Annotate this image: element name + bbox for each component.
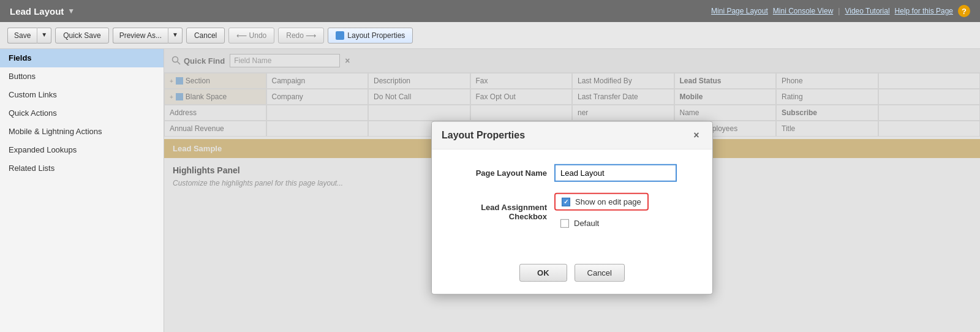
app-title: Lead Layout: [10, 6, 64, 17]
show-on-edit-row: Show on edit page: [554, 193, 649, 211]
mini-page-layout-link[interactable]: Mini Page Layout: [711, 7, 768, 15]
layout-properties-modal: Layout Properties × Page Layout Name Lea…: [431, 121, 713, 295]
modal-title: Layout Properties: [442, 130, 525, 141]
top-nav-links: Mini Page Layout Mini Console View | Vid…: [711, 5, 970, 17]
content-area: Quick Find × + Section Campaign Descript…: [164, 49, 980, 332]
save-split-button[interactable]: Save ▼: [7, 28, 51, 43]
show-on-edit-checkbox[interactable]: [562, 197, 570, 206]
video-tutorial-link[interactable]: Video Tutorial: [845, 7, 889, 15]
help-page-link[interactable]: Help for this Page: [895, 7, 953, 15]
default-checkbox[interactable]: [560, 219, 569, 227]
title-dropdown-arrow[interactable]: ▼: [67, 7, 75, 15]
sidebar-item-mobile-lightning[interactable]: Mobile & Lightning Actions: [0, 123, 164, 141]
preview-as-split-button[interactable]: Preview As... ▼: [113, 28, 183, 43]
page-layout-name-label: Page Layout Name: [444, 168, 554, 178]
default-row: Default: [554, 216, 700, 231]
sidebar-item-fields[interactable]: Fields: [0, 49, 164, 67]
mini-console-view-link[interactable]: Mini Console View: [773, 7, 834, 15]
help-button[interactable]: ?: [958, 5, 970, 17]
nav-separator: |: [838, 7, 840, 15]
toolbar: Save ▼ Quick Save Preview As... ▼ Cancel…: [0, 22, 980, 49]
modal-cancel-button[interactable]: Cancel: [575, 264, 625, 282]
lead-assignment-control: Show on edit page Default: [554, 193, 700, 231]
save-dropdown-arrow[interactable]: ▼: [37, 28, 51, 43]
page-layout-name-input[interactable]: [554, 164, 677, 182]
default-label: Default: [574, 219, 599, 228]
redo-button[interactable]: Redo ⟶: [278, 28, 324, 43]
preview-as-main-button[interactable]: Preview As...: [113, 28, 168, 43]
modal-close-button[interactable]: ×: [690, 129, 703, 141]
sidebar-item-related-lists[interactable]: Related Lists: [0, 159, 164, 178]
modal-body: Page Layout Name Lead Assignment Checkbo…: [432, 149, 712, 257]
preview-as-dropdown-arrow[interactable]: ▼: [168, 28, 183, 43]
quick-save-button[interactable]: Quick Save: [55, 28, 108, 43]
layout-props-icon: [336, 31, 344, 40]
page-layout-name-control: [554, 164, 700, 182]
undo-button[interactable]: ⟵ Undo: [228, 28, 274, 43]
sidebar: Fields Buttons Custom Links Quick Action…: [0, 49, 164, 332]
save-main-button[interactable]: Save: [7, 28, 37, 43]
main-area: Fields Buttons Custom Links Quick Action…: [0, 49, 980, 332]
cancel-button[interactable]: Cancel: [186, 28, 225, 43]
page-layout-name-row: Page Layout Name: [444, 164, 700, 182]
lead-assignment-label: Lead Assignment Checkbox: [444, 203, 554, 221]
sidebar-item-custom-links[interactable]: Custom Links: [0, 86, 164, 104]
app-title-area: Lead Layout ▼: [10, 6, 75, 17]
show-on-edit-label: Show on edit page: [575, 197, 641, 206]
modal-ok-button[interactable]: OK: [519, 264, 567, 282]
layout-properties-button[interactable]: Layout Properties: [328, 28, 413, 43]
sidebar-item-buttons[interactable]: Buttons: [0, 67, 164, 86]
top-nav: Lead Layout ▼ Mini Page Layout Mini Cons…: [0, 0, 980, 22]
sidebar-item-expanded-lookups[interactable]: Expanded Lookups: [0, 141, 164, 159]
lead-assignment-checkbox-group: Show on edit page Default: [554, 193, 700, 231]
lead-assignment-row: Lead Assignment Checkbox Show on edit pa…: [444, 193, 700, 231]
sidebar-item-quick-actions[interactable]: Quick Actions: [0, 104, 164, 123]
modal-header: Layout Properties ×: [432, 122, 712, 149]
modal-footer: OK Cancel: [432, 257, 712, 294]
